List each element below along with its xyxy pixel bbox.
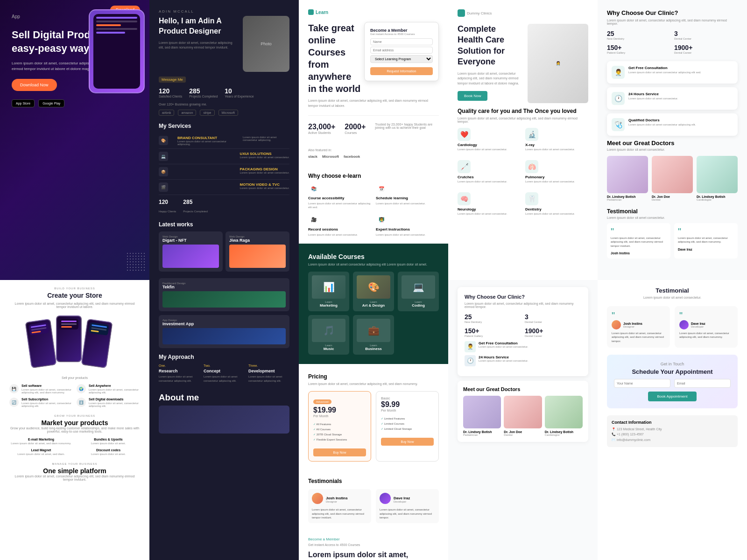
phone-screens <box>9 315 140 371</box>
works-title: Latest works <box>159 221 289 228</box>
appointment-button[interactable]: Book Appointment <box>648 392 697 401</box>
create-store-title: Create your Store <box>9 292 140 299</box>
health-testi-desc: Lorem ipsum dolor sit amet consectetur. <box>607 216 738 219</box>
stat-dental-career: 1900+ Dental Career <box>674 44 738 54</box>
elearn-panel: Learn Become a Member Get instant Access… <box>299 0 448 560</box>
xray-service: 🔬 X-ray Lorem ipsum dolor sit amet conse… <box>525 128 588 155</box>
lorem-title: Lorem ipsum dolor sit amet, consetetur s… <box>308 550 439 560</box>
learn-logo: Learn <box>308 9 439 15</box>
learn-subtitle: Lorem ipsum dolor sit amet, consectetur … <box>308 98 439 108</box>
service-motion: 🎬 MOTION VIDEO & TVC Lorem ipsum dolor s… <box>159 180 289 195</box>
pricing-section: Pricing Lorem ipsum dolor sit amet, cons… <box>299 364 448 471</box>
register-button[interactable]: Request Information <box>370 67 433 75</box>
approach-research: One. Research Lorem ipsum dolor sit amet… <box>159 364 200 388</box>
market-desc: Grow your audience, build long-lasting c… <box>9 427 140 433</box>
member-cta-section: Become a Member Get instant Access to 45… <box>299 530 448 560</box>
app-store-badge[interactable]: App Store <box>12 99 35 107</box>
trusted-text: Trusted by 23,000+ happy Students are jo… <box>375 123 439 134</box>
health-testi-card-1: " Josh Instins Designer Lorem ipsum dolo… <box>607 306 670 348</box>
course-music[interactable]: 🎵 Learn Music <box>308 315 349 355</box>
message-button[interactable]: Message Me <box>159 77 186 83</box>
testimonials-title: Testimonials <box>308 478 439 484</box>
health-bottom-panel: Why Choose Our Clinic? Lorem ipsum dolor… <box>448 280 598 560</box>
cta-button[interactable]: Download Now <box>12 79 57 91</box>
course-coding[interactable]: 💻 Learn Coding <box>398 272 439 311</box>
platform-desc: Lorem ipsum dolor sit amet, consectetur … <box>9 475 140 481</box>
phone-mockup <box>89 9 145 93</box>
health-why-panel: Why Choose Our Clinic? Lorem ipsum dolor… <box>598 0 747 280</box>
stat-students: 23,000+ Active Students <box>308 123 335 134</box>
designer-name-tag: ADIN MCCALL <box>159 9 289 14</box>
facebook-logo: facebook <box>344 154 360 159</box>
why-choose-title: Why Choose Our Clinic? <box>607 9 738 16</box>
why-expert: 👨‍🏫 Expert Instructions Lorem ipsum dolo… <box>376 214 439 237</box>
appointment-name[interactable] <box>614 379 670 388</box>
health-testi-title: Testimonial <box>607 208 738 215</box>
testimonials-section: Testimonials Josh Instins Designer Lorem… <box>299 471 448 530</box>
google-play-badge[interactable]: Google Play <box>38 99 64 107</box>
testi-section-title: Testimonial <box>607 287 738 294</box>
doctor-2: Dr. Jon Doe Dentist <box>652 156 693 201</box>
feature-anywhere: 🌍 Sell Anywhere Lorem ipsum dolor sit am… <box>77 384 140 394</box>
appointment-email[interactable] <box>674 379 731 388</box>
email-input[interactable] <box>370 47 433 54</box>
feature-subscription: 🔄 Sell Subscription Lorem ipsum dolor si… <box>9 398 73 407</box>
designer-portfolio-panel: ADIN MCCALL Photo Hello, I am Adin A Pro… <box>149 0 299 560</box>
microsoft-logo: Microsoft <box>322 154 339 159</box>
platform-title: One simple platform <box>9 467 140 475</box>
health-panel: Dummy Clinics 👩‍⚕️ Complete Health Care … <box>448 0 598 280</box>
brand-logos: airbnb amazon stripe Microsoft <box>159 110 289 116</box>
brand-microsoft: Microsoft <box>218 110 238 116</box>
service-ux: 💻 UXUI SOLUTIONS Lorem ipsum dolor sit a… <box>159 149 289 164</box>
quality-desc: Lorem ipsum dolor sit amet, consectetur … <box>458 117 588 123</box>
approach-development: Three. Development Lorem ipsum dolor sit… <box>248 364 289 388</box>
approach-title: My Approach <box>159 354 289 360</box>
market-section: Grow your Business Market your products … <box>9 414 140 455</box>
pricing-desc: Lorem ipsum dolor sit amet, consectetur … <box>308 382 439 385</box>
create-store-desc: Lorem ipsum dolor sit amet, consectetur … <box>9 302 140 308</box>
sell-digital-panel: App Download Sell Digital Products the e… <box>0 0 149 280</box>
consult-doctors: 🩺 Qualified Doctors Lorem ipsum dolor si… <box>607 113 738 136</box>
courses-section: Available Courses Lorem ipsum dolor sit … <box>299 244 448 364</box>
why-schedule: 📅 Schedule learning Lorem ipsum dolor si… <box>376 183 439 210</box>
stat-years: 10 Years of Experience <box>225 87 254 98</box>
book-button[interactable]: Book Now <box>458 91 487 101</box>
program-select[interactable]: Select Learning Program <box>370 55 433 63</box>
neurology-service: 🧠 Neurology Lorem ipsum dolor sit amet c… <box>458 192 521 220</box>
crutches-service: 🦯 Crutches Lorem ipsum dolor sit amet co… <box>458 160 521 188</box>
doctor-3: Dr. Lindsey Botish Cardiologist <box>697 156 738 201</box>
course-art[interactable]: 🎨 Learn Art & Design <box>353 272 394 311</box>
why-title: Why choose e-learn <box>308 173 439 179</box>
health-logo: Dummy Clinics <box>458 9 588 17</box>
platform-section: Manage your Business One simple platform… <box>9 462 140 481</box>
stat-clients: 120 Satisfied Clients <box>159 87 182 98</box>
brand-airbnb: airbnb <box>159 110 174 116</box>
buy-advanced-button[interactable]: Buy Now <box>313 448 366 456</box>
work-jiwa: Web Design Jiwa Raga <box>226 231 289 272</box>
price-basic: Basic $9.99 Per Month Limited Features L… <box>376 391 439 462</box>
doctor-photo: 👩‍⚕️ <box>528 24 588 103</box>
approach-concept: Two. Concept Lorem ipsum dolor sit amet … <box>204 364 245 388</box>
mf-discount: Discount codes Lorem ipsum dolor sit ame… <box>77 448 140 455</box>
pulmonary-service: 🫁 Pulmonary Lorem ipsum dolor sit amet c… <box>525 160 588 188</box>
name-input[interactable] <box>370 38 433 45</box>
course-business[interactable]: 💼 Learn Business <box>353 315 394 355</box>
doctors-title: Meet our Great Doctors <box>607 140 738 147</box>
dentistry-service: 🦷 Dentistry Lorem ipsum dolor sit amet c… <box>525 192 588 220</box>
slack-logo: slack <box>308 154 317 159</box>
health-testi-2: " Lorem ipsum dolor sit amet, consectetu… <box>674 223 738 259</box>
businesses-text: Over 120+ Business growing me. <box>159 103 289 106</box>
quality-title: Quality care for you and The Once you lo… <box>458 108 588 114</box>
doctors-desc: Lorem ipsum dolor sit amet consectetur. <box>607 148 738 151</box>
course-marketing[interactable]: 📊 Learn Marketing <box>308 272 349 311</box>
health-testi-1: " Lorem ipsum dolor sit amet, consectetu… <box>607 223 670 259</box>
trust-logos: slack Microsoft facebook <box>308 154 439 159</box>
about-title: About me <box>159 392 289 403</box>
cardiology-service: ❤️ Cardiology Lorem ipsum dolor sit amet… <box>458 128 521 155</box>
buy-basic-button[interactable]: Buy Now <box>381 438 434 446</box>
testimonial-1: Josh Instins Designer Lorem ipsum dolor … <box>308 489 371 523</box>
work-digart: Web Design Digart - NFT <box>159 231 223 272</box>
mf-email: E-mail Marketing Lorem ipsum dolor sit a… <box>9 438 73 445</box>
stat-dental-center: 3 Dental Center <box>674 30 738 40</box>
feature-software: 💾 Sell software Lorem ipsum dolor sit am… <box>9 384 73 394</box>
